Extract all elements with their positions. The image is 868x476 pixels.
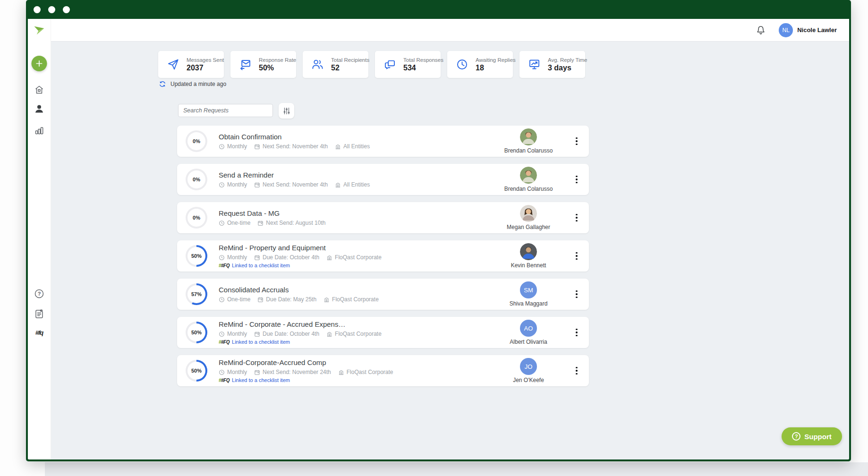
frequency: Monthly [219,143,247,150]
sidebar-item-recipients[interactable] [34,103,45,115]
request-meta: Monthly Next Send: November 4th All Enti… [219,143,489,150]
calendar-icon [254,331,260,337]
stat-label: Avg. Reply Time [548,57,587,63]
sidebar-item-analytics[interactable] [34,125,45,136]
calendar-icon [257,220,264,226]
request-owner: SM Shiva Maggard [489,281,568,307]
request-title[interactable]: Send a Reminder [219,171,489,180]
sidebar-item-floqast[interactable]: #fq [35,329,43,336]
progress-value: 50% [191,330,202,335]
window-body: ? #fq [28,19,849,459]
clock-icon [219,331,225,337]
search-input[interactable] [178,104,273,117]
request-owner: JO Jen O'Keefe [489,358,568,383]
kebab-menu-button[interactable] [568,246,585,265]
request-card[interactable]: 0% Request Data - MG One-time Next Send:… [177,202,589,233]
kebab-menu-button[interactable] [568,208,585,227]
stat-card-awaiting-replies: Awaiting Replies 18 [447,51,513,78]
owner-name: Albert Olivarria [510,339,547,345]
user-menu[interactable]: NL Nicole Lawler [779,23,837,37]
sidebar-item-home[interactable] [34,84,45,95]
schedule: Next Send: November 24th [254,369,331,375]
linked-checklist[interactable]: ##FQ Linked to a checklist item [219,339,489,345]
stat-card-total-responses: Total Responses 534 [375,51,441,78]
chat-bubbles-icon [383,58,396,71]
linked-checklist[interactable]: ##FQ Linked to a checklist item [219,263,489,268]
linked-label[interactable]: Linked to a checklist item [232,377,290,383]
linked-label[interactable]: Linked to a checklist item [232,339,290,345]
sidebar: ? #fq [28,19,51,459]
request-owner: Kevin Bennett [489,243,568,269]
request-card[interactable]: 50% ReMind - Property and Equipment Mont… [177,240,589,272]
entity: FloQast Corporate [326,254,382,261]
sidebar-item-help[interactable]: ? [34,288,45,299]
entity: FloQast Corporate [326,331,382,337]
request-meta: Monthly Next Send: November 4th All Enti… [219,181,489,188]
frequency: One-time [219,296,250,303]
stat-label: Total Recipients [331,57,369,63]
floqast-hash-badge-icon: ##FQ [219,340,230,345]
updated-text: Updated a minute ago [170,81,226,87]
filter-button[interactable] [279,103,294,119]
kebab-menu-button[interactable] [568,323,585,342]
owner-avatar-initials: SM [520,281,537,298]
owner-name: Jen O'Keefe [513,377,544,383]
progress-ring: 50% [186,322,207,343]
stat-label: Total Responses [403,57,443,63]
progress-ring: 0% [186,207,207,229]
request-card[interactable]: 50% ReMind-Corporate-Accrued Comp Monthl… [177,355,589,386]
progress-value: 50% [191,368,202,374]
notifications-button[interactable] [755,25,766,36]
paper-plane-icon [167,58,179,71]
kebab-menu-button[interactable] [568,132,585,151]
linked-checklist[interactable]: ##FQ Linked to a checklist item [219,377,489,383]
svg-text:?: ? [38,291,41,297]
request-card[interactable]: 0% Obtain Confirmation Monthly Next Send… [177,126,589,157]
calendar-icon [254,182,260,188]
request-title[interactable]: ReMind-Corporate-Accrued Comp [219,358,489,367]
request-card[interactable]: 0% Send a Reminder Monthly Next Send: No… [177,164,589,195]
progress-ring: 0% [186,169,207,190]
window-control-dot[interactable] [63,6,70,13]
clock-icon [219,144,225,150]
building-icon [335,182,341,188]
main-area: NL Nicole Lawler Messages Sent 2037 [51,19,849,459]
request-title[interactable]: Obtain Confirmation [219,133,489,142]
frequency: One-time [219,220,250,226]
building-icon [335,144,341,150]
calendar-icon [254,255,260,261]
new-request-button[interactable] [32,56,47,71]
schedule: Next Send: November 4th [254,181,328,188]
clock-icon [219,297,225,303]
kebab-menu-button[interactable] [568,285,585,304]
frequency: Monthly [219,369,247,375]
sidebar-item-audit-log[interactable] [34,308,45,320]
owner-avatar-initials: AO [520,320,537,337]
request-title[interactable]: ReMind - Corporate - Accrued Expens… [219,320,489,329]
kebab-menu-button[interactable] [568,170,585,189]
stat-label: Response Rate [259,57,296,63]
request-title[interactable]: Request Data - MG [219,209,489,218]
support-button[interactable]: ? Support [782,427,842,445]
kebab-menu-button[interactable] [568,361,585,380]
request-card[interactable]: 57% Consolidated Accruals One-time Due D… [177,279,589,310]
window-control-dot[interactable] [48,6,55,13]
refresh-icon[interactable] [159,80,166,88]
linked-label[interactable]: Linked to a checklist item [232,263,290,268]
owner-name: Shiva Maggard [510,300,548,307]
request-card[interactable]: 50% ReMind - Corporate - Accrued Expens…… [177,317,589,348]
topbar: NL Nicole Lawler [51,19,849,42]
clock-icon [219,220,225,226]
request-title[interactable]: Consolidated Accruals [219,286,489,295]
stat-value: 3 days [548,64,587,72]
last-updated: Updated a minute ago [159,80,226,88]
clock-icon [219,182,225,188]
request-title[interactable]: ReMind - Property and Equipment [219,244,489,253]
entity: FloQast Corporate [323,296,379,303]
clock-icon [219,255,225,261]
entity: All Entities [335,181,370,188]
floqast-remind-logo-icon [33,24,46,37]
window-control-dot[interactable] [34,6,41,13]
stat-card-response-rate: Response Rate 50% [230,51,296,78]
frequency: Monthly [219,331,247,337]
